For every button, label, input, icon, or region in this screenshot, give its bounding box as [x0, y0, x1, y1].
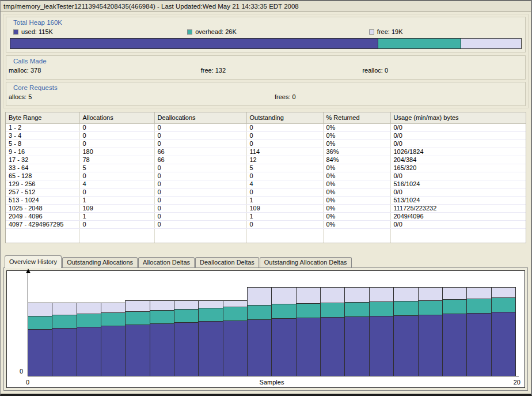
table-cell: 1025 - 2048: [6, 204, 79, 212]
tab-outstanding-allocation-deltas[interactable]: Outstanding Allocation Deltas: [260, 257, 352, 267]
byte-range-table: Byte RangeAllocationsDeallocationsOutsta…: [5, 112, 526, 243]
chart-bar[interactable]: [344, 287, 369, 376]
chart-bar[interactable]: [247, 287, 272, 376]
total-heap-header[interactable]: Total Heap 160K: [6, 17, 525, 26]
bar-segment-overhead: [52, 315, 76, 328]
chart-bar[interactable]: [491, 287, 516, 376]
table-row[interactable]: 33 - 645050%165/320: [6, 164, 526, 172]
total-heap-section: Total Heap 160K used: 115Koverhead: 26Kf…: [6, 17, 526, 52]
chart-bar[interactable]: [418, 287, 443, 376]
malloc-count: malloc: 378: [9, 67, 201, 74]
bar-segment-free: [150, 300, 174, 310]
table-cell: 513/1024: [390, 196, 526, 204]
table-cell: 0: [79, 131, 154, 139]
table-cell: 0/0: [390, 139, 526, 148]
chart-bar[interactable]: [296, 287, 321, 376]
chart-bar[interactable]: [174, 300, 199, 376]
chart-bar[interactable]: [466, 287, 491, 376]
chart-bar[interactable]: [393, 287, 418, 376]
column-header[interactable]: Outstanding: [246, 112, 323, 123]
table-cell: 204/384: [390, 156, 526, 164]
table-row[interactable]: 129 - 2564040%516/1024: [6, 180, 526, 188]
table-body: 1 - 20000%0/03 - 40000%0/05 - 80000%0/09…: [6, 123, 526, 243]
table-row[interactable]: 2049 - 40961010%2049/4096: [6, 212, 526, 220]
chart-bar[interactable]: [150, 300, 174, 376]
legend-item-free: free: 19K: [369, 28, 525, 35]
column-header[interactable]: % Returned: [323, 112, 390, 123]
table-cell: 5: [79, 164, 154, 172]
table-cell: 0%: [323, 188, 390, 196]
table-row[interactable]: 17 - 3278661284%204/384: [6, 156, 526, 164]
table-filler-cell: [154, 228, 246, 243]
chart-bar[interactable]: [28, 303, 52, 376]
column-header[interactable]: Usage (min/max) bytes: [390, 112, 526, 123]
table-cell: 1: [246, 212, 323, 220]
calls-made-section: Calls Made malloc: 378 free: 132 realloc…: [6, 55, 526, 80]
table-row[interactable]: 9 - 161806611436%1026/1824: [6, 148, 526, 156]
bar-segment-overhead: [248, 305, 271, 319]
table-cell: 0: [246, 172, 323, 180]
table-cell: 0: [246, 123, 323, 131]
table-cell: 1026/1824: [390, 148, 526, 156]
bar-segment-overhead: [101, 312, 125, 326]
chart-bar[interactable]: [52, 303, 77, 376]
table-cell: 3 - 4: [6, 131, 79, 139]
column-header[interactable]: Deallocations: [154, 112, 246, 123]
chart-bar[interactable]: [198, 300, 223, 376]
chart-bar[interactable]: [320, 287, 345, 376]
table-row[interactable]: 513 - 10241010%513/1024: [6, 196, 526, 204]
bar-segment-overhead: [419, 300, 442, 315]
free-swatch-icon: [369, 29, 374, 35]
table-cell: 0: [154, 172, 246, 180]
table-cell: 0: [246, 188, 323, 196]
table-cell: 0%: [323, 164, 390, 172]
bar-segment-free: [52, 303, 76, 315]
tab-overview-history[interactable]: Overview History: [5, 255, 62, 268]
column-header[interactable]: Allocations: [79, 112, 154, 123]
bar-segment-free: [419, 287, 442, 300]
chart-bar[interactable]: [223, 300, 248, 376]
bar-segment-overhead: [370, 301, 393, 316]
table-row[interactable]: 4097 - 42949672950000%0/0: [6, 220, 526, 228]
y-axis-line: [28, 273, 28, 376]
table-cell: 5 - 8: [6, 139, 79, 148]
used-legend-label: used: 115K: [21, 28, 53, 35]
table-header-row: Byte RangeAllocationsDeallocationsOutsta…: [6, 112, 526, 123]
table-row[interactable]: 65 - 1280000%0/0: [6, 172, 526, 180]
bar-segment-free: [199, 300, 222, 308]
chart-bar[interactable]: [271, 287, 296, 376]
tab-outstanding-allocations[interactable]: Outstanding Allocations: [62, 257, 138, 267]
chart-bar[interactable]: [442, 287, 467, 376]
tab-allocation-deltas[interactable]: Allocation Deltas: [138, 257, 195, 267]
table-cell: 111725/223232: [390, 204, 526, 212]
table-row[interactable]: 1025 - 204810901090%111725/223232: [6, 204, 526, 212]
y-axis-zero-label: 0: [20, 368, 23, 375]
table-cell: 0: [246, 131, 323, 139]
table-cell: 0: [79, 123, 154, 131]
table-cell: 0: [154, 139, 246, 148]
x-axis-title: Samples: [28, 379, 516, 386]
tab-deallocation-deltas[interactable]: Deallocation Deltas: [195, 257, 259, 267]
table-cell: 0: [79, 220, 154, 228]
table-cell: 1 - 2: [6, 123, 79, 131]
table-filler-cell: [6, 228, 79, 243]
table-filler-cell: [323, 228, 390, 243]
chart-bar[interactable]: [125, 300, 150, 376]
chart-bar[interactable]: [77, 303, 101, 376]
bar-segment-used: [394, 315, 417, 376]
table-row[interactable]: 1 - 20000%0/0: [6, 123, 526, 131]
free-legend-label: free: 19K: [377, 28, 403, 35]
core-requests-header[interactable]: Core Requests: [6, 82, 525, 91]
bar-segment-overhead: [467, 299, 491, 313]
chart-bar[interactable]: [369, 287, 394, 376]
bar-segment-overhead: [28, 316, 52, 329]
table-row[interactable]: 257 - 5120000%0/0: [6, 188, 526, 196]
table-row[interactable]: 5 - 80000%0/0: [6, 139, 526, 148]
calls-made-header[interactable]: Calls Made: [6, 56, 525, 65]
table-cell: 0: [154, 196, 246, 204]
table-row[interactable]: 3 - 40000%0/0: [6, 131, 526, 139]
chart-bar[interactable]: [101, 303, 126, 376]
column-header[interactable]: Byte Range: [6, 112, 79, 123]
table-cell: 9 - 16: [6, 148, 79, 156]
table-cell: 0%: [323, 220, 390, 228]
